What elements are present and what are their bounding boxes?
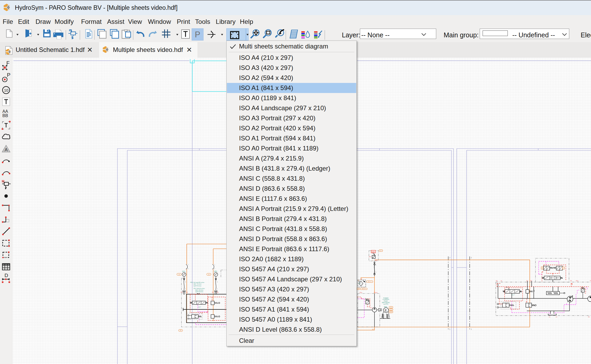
svg-text:MB3: MB3 — [214, 270, 217, 272]
svg-text:1: 1 — [188, 264, 189, 265]
svg-text:2: 2 — [217, 281, 218, 283]
svg-text:M2: M2 — [217, 291, 219, 293]
svg-text:P5.1 Vol max=50 cc/rev.: P5.1 Vol max=50 cc/rev. — [190, 282, 205, 283]
svg-text:10µ: 10µ — [358, 283, 360, 284]
svg-text:10.2.2: 10.2.2 — [362, 288, 366, 290]
svg-text:2: 2 — [449, 256, 451, 259]
svg-text:V1.7: V1.7 — [512, 294, 515, 296]
svg-text:1: 1 — [471, 328, 472, 330]
svg-text:D: D — [5, 273, 8, 278]
svg-text:M1: M1 — [496, 280, 498, 282]
svg-text:P3.3: P3.3 — [370, 307, 373, 309]
svg-text:2: 2 — [188, 268, 189, 269]
svg-text:Qth= 72 l/min: Qth= 72 l/min — [193, 283, 201, 285]
svg-text:12: 12 — [390, 311, 392, 313]
svg-text:M1: M1 — [181, 291, 183, 293]
svg-text:BB: BB — [2, 113, 8, 118]
svg-text:G1/4: G1/4 — [375, 259, 378, 261]
svg-text:1: 1 — [217, 288, 218, 290]
svg-text:A1: A1 — [501, 280, 502, 282]
svg-text:P1in: P1in — [360, 292, 362, 293]
svg-text:10: 10 — [178, 274, 180, 275]
svg-text:17: 17 — [380, 250, 382, 251]
svg-text:MA3: MA3 — [182, 270, 185, 272]
svg-text:B1: B1 — [212, 291, 214, 293]
svg-text:10: 10 — [208, 274, 210, 275]
svg-text:V1.7: V1.7 — [198, 306, 201, 308]
svg-text:E: E — [385, 309, 387, 312]
svg-text:A1: A1 — [186, 291, 188, 293]
svg-text:P2: P2 — [570, 280, 572, 282]
svg-text:10.1.1: 10.1.1 — [368, 281, 372, 282]
svg-text:10: 10 — [4, 88, 8, 92]
svg-text:888: 888 — [372, 251, 375, 253]
svg-text:15: 15 — [180, 330, 181, 331]
svg-text:P: P — [7, 73, 10, 78]
svg-text:2: 2 — [471, 256, 472, 259]
svg-text:2: 2 — [214, 268, 215, 269]
svg-text:A: A — [5, 147, 8, 152]
svg-text:16: 16 — [357, 288, 359, 290]
svg-text:1: 1 — [372, 259, 373, 261]
svg-text:11: 11 — [390, 309, 392, 310]
svg-text:1: 1 — [449, 328, 451, 330]
svg-text:M2: M2 — [530, 280, 532, 282]
svg-text:S2: S2 — [372, 329, 374, 330]
svg-text:IN: IN — [361, 278, 362, 280]
svg-text:10: 10 — [358, 280, 359, 281]
svg-text:L1: L1 — [549, 316, 550, 318]
svg-text:AA: AA — [2, 109, 8, 114]
svg-text:2: 2 — [376, 264, 376, 266]
svg-text:1: 1 — [376, 271, 376, 273]
svg-text:P2out: P2out — [374, 292, 378, 293]
svg-text:10: 10 — [390, 307, 392, 308]
svg-text:1: 1 — [185, 288, 186, 290]
svg-text:S1: S1 — [588, 316, 590, 318]
svg-text:2: 2 — [185, 281, 186, 283]
svg-text:incl.PTC: incl.PTC — [383, 303, 389, 305]
svg-text:PSI: PSI — [369, 256, 371, 258]
svg-text:L2: L2 — [556, 316, 557, 318]
svg-text:1: 1 — [214, 264, 215, 265]
svg-text:Qth= 20 l/min: Qth= 20 l/min — [195, 289, 203, 291]
svg-text:P2in: P2in — [576, 280, 579, 282]
svg-text:P5.2 Vol=14 cc/rev.: P5.2 Vol=14 cc/rev. — [194, 288, 205, 289]
svg-text:Qeff=18 l/min: Qeff=18 l/min — [195, 291, 203, 292]
svg-text:Qeff=70 l/min: Qeff=70 l/min — [193, 285, 201, 287]
svg-text:EMD: EMD — [384, 306, 387, 308]
